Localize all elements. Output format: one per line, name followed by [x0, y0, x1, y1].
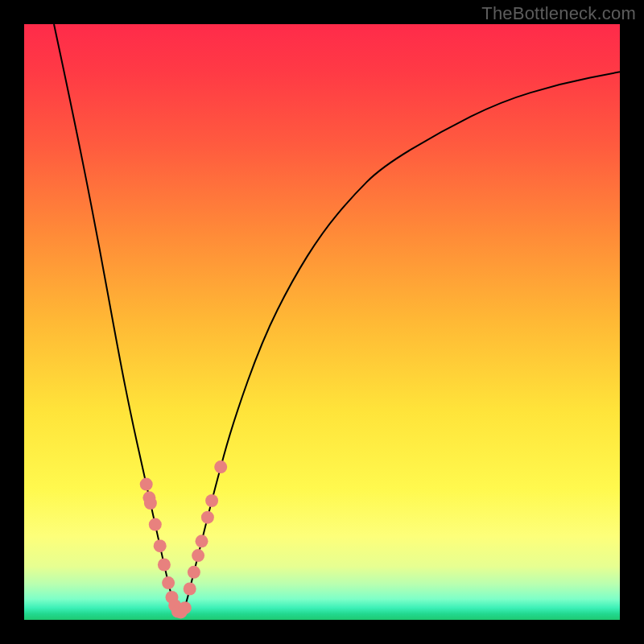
plot-area: [24, 24, 620, 620]
scatter-dot: [184, 583, 196, 596]
watermark-text: TheBottleneck.com: [481, 3, 636, 24]
scatter-dots: [140, 460, 228, 618]
scatter-dot: [214, 460, 227, 473]
chart-svg: [24, 24, 620, 620]
scatter-dot: [201, 511, 214, 524]
scatter-dot: [192, 549, 204, 562]
chart-frame: TheBottleneck.com: [0, 0, 644, 644]
scatter-dot: [158, 559, 171, 572]
scatter-dot: [154, 539, 167, 552]
bottleneck-curve: [54, 24, 620, 612]
scatter-dot: [162, 576, 175, 589]
scatter-dot: [149, 518, 162, 531]
scatter-dot: [144, 497, 157, 510]
scatter-dot: [179, 601, 192, 614]
scatter-dot: [188, 566, 200, 579]
scatter-dot: [205, 494, 218, 507]
scatter-dot: [140, 478, 153, 491]
scatter-dot: [196, 535, 208, 547]
